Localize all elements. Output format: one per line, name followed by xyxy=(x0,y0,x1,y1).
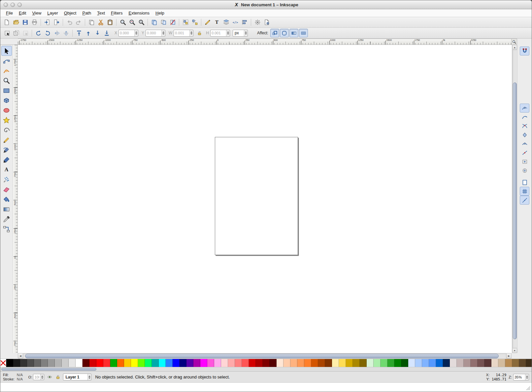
palette-swatch[interactable] xyxy=(450,359,457,367)
menu-object[interactable]: Object xyxy=(61,10,80,16)
palette-swatch[interactable] xyxy=(478,359,484,367)
palette-scroll-thumb[interactable] xyxy=(1,368,96,371)
lower-button[interactable] xyxy=(93,29,102,38)
menu-text[interactable]: Text xyxy=(94,10,108,16)
raise-button[interactable] xyxy=(83,29,93,38)
palette-swatch[interactable] xyxy=(491,359,498,367)
palette-swatch[interactable] xyxy=(214,359,221,367)
lower-to-bottom-button[interactable] xyxy=(102,29,111,38)
affect-patterns-toggle[interactable] xyxy=(299,29,308,37)
node-tool[interactable] xyxy=(1,56,12,66)
palette-swatch[interactable] xyxy=(263,359,270,367)
palette-swatch[interactable] xyxy=(339,359,346,367)
palette-swatch[interactable] xyxy=(27,359,34,367)
palette-swatch[interactable] xyxy=(401,359,408,367)
palette-swatch[interactable] xyxy=(180,359,186,367)
preferences-button[interactable] xyxy=(253,18,262,27)
palette-swatch[interactable] xyxy=(311,359,318,367)
unlink-clone-button[interactable] xyxy=(168,18,177,27)
dropper-tool[interactable] xyxy=(1,214,12,224)
palette-swatch[interactable] xyxy=(387,359,394,367)
palette-swatch[interactable] xyxy=(304,359,311,367)
align-dialog-button[interactable] xyxy=(240,18,249,27)
close-button[interactable] xyxy=(4,3,8,7)
titlebar[interactable]: X New document 1 – Inkscape xyxy=(0,0,532,9)
palette-swatch[interactable] xyxy=(76,359,83,367)
resize-grip[interactable] xyxy=(526,386,531,391)
palette-swatch[interactable] xyxy=(145,359,152,367)
snap-page-border-button[interactable] xyxy=(520,178,529,187)
star-tool[interactable] xyxy=(1,115,12,125)
palette-swatch[interactable] xyxy=(13,359,20,367)
zoom-input[interactable] xyxy=(513,374,529,380)
snap-smooth-node-button[interactable] xyxy=(520,139,529,148)
menu-edit[interactable]: Edit xyxy=(16,10,29,16)
palette-swatch[interactable] xyxy=(415,359,422,367)
h-spinner[interactable] xyxy=(226,30,230,36)
palette-swatch[interactable] xyxy=(159,359,166,367)
palette-swatch[interactable] xyxy=(270,359,277,367)
palette-swatch[interactable] xyxy=(186,359,193,367)
palette-swatch[interactable] xyxy=(110,359,117,367)
affect-stroke-width-toggle[interactable] xyxy=(270,29,279,37)
ungroup-button[interactable] xyxy=(190,18,199,27)
eraser-tool[interactable] xyxy=(1,184,12,194)
palette-swatch[interactable] xyxy=(332,359,339,367)
unit-select[interactable]: px xyxy=(233,30,248,37)
import-button[interactable] xyxy=(43,18,52,27)
rotate-ccw-button[interactable] xyxy=(34,29,43,38)
w-value[interactable] xyxy=(174,30,189,36)
palette-swatch[interactable] xyxy=(256,359,263,367)
palette-swatch[interactable] xyxy=(519,359,526,367)
document-properties-button[interactable] xyxy=(262,18,271,27)
zoom-spinner[interactable] xyxy=(525,374,529,380)
zoom-selection-button[interactable] xyxy=(118,18,127,27)
rotate-cw-button[interactable] xyxy=(43,29,52,38)
snap-rotation-center-button[interactable] xyxy=(520,166,529,175)
layer-lock-icon[interactable] xyxy=(55,374,61,380)
scroll-right-arrow[interactable]: ▶ xyxy=(506,353,512,359)
opacity-input[interactable] xyxy=(33,374,44,380)
copy-button[interactable] xyxy=(87,18,96,27)
palette-scrollbar[interactable] xyxy=(0,367,532,371)
palette-swatch[interactable] xyxy=(353,359,360,367)
zoom-tool[interactable] xyxy=(1,76,12,85)
cut-button[interactable] xyxy=(96,18,105,27)
y-spinner[interactable] xyxy=(161,30,165,36)
palette-swatch[interactable] xyxy=(325,359,332,367)
x-input[interactable] xyxy=(118,30,138,37)
layer-spinner[interactable] xyxy=(87,374,91,380)
raise-to-top-button[interactable] xyxy=(74,29,83,38)
snap-guide-button[interactable] xyxy=(520,196,529,205)
horizontal-ruler[interactable]: -1750-1500-1250-1000-750-500-25002505007… xyxy=(18,39,512,45)
vertical-scrollbar[interactable]: ▲ ▼ xyxy=(512,45,517,353)
redo-button[interactable] xyxy=(74,18,83,27)
layers-dialog-button[interactable] xyxy=(221,18,231,27)
w-spinner[interactable] xyxy=(189,30,193,36)
affect-gradients-toggle[interactable] xyxy=(289,29,298,37)
h-value[interactable] xyxy=(211,30,226,36)
x-value[interactable] xyxy=(119,30,134,36)
unit-spinner[interactable] xyxy=(244,30,248,36)
menu-path[interactable]: Path xyxy=(79,10,94,16)
select-all-layers-button[interactable] xyxy=(12,29,21,38)
palette-swatch[interactable] xyxy=(422,359,429,367)
vertical-ruler[interactable]: 17501500125010007505002500-250-500-750 xyxy=(13,45,18,353)
palette-swatch[interactable] xyxy=(283,359,290,367)
menu-view[interactable]: View xyxy=(29,10,44,16)
tweak-tool[interactable] xyxy=(1,66,12,76)
minimize-button[interactable] xyxy=(11,3,15,7)
gradient-tool[interactable] xyxy=(1,204,12,214)
palette-swatch[interactable] xyxy=(103,359,110,367)
horizontal-scrollbar[interactable]: ◀ ▶ xyxy=(0,353,532,359)
palette-swatch[interactable] xyxy=(221,359,228,367)
select-all-button[interactable] xyxy=(2,29,12,38)
menu-extensions[interactable]: Extensions xyxy=(125,10,152,16)
lock-ratio-button[interactable] xyxy=(196,30,203,37)
palette-swatch[interactable] xyxy=(228,359,235,367)
horizontal-scroll-thumb[interactable] xyxy=(25,354,499,358)
ellipse-tool[interactable] xyxy=(1,105,12,115)
scroll-down-arrow[interactable]: ▼ xyxy=(512,348,517,353)
palette-swatch[interactable] xyxy=(200,359,207,367)
zoom-value[interactable] xyxy=(514,374,525,380)
